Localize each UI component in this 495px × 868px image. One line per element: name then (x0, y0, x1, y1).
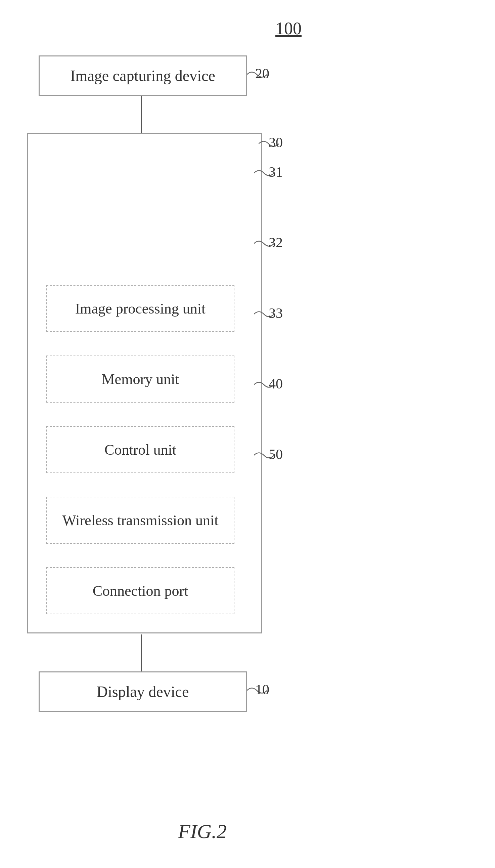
display-device-label: Display device (97, 683, 189, 701)
memory-unit-label: Memory unit (102, 371, 179, 388)
control-unit-box: Control unit (46, 426, 234, 473)
connector-bottom (141, 634, 142, 671)
figure-reference-number: 100 (275, 18, 302, 38)
image-capturing-device-box: Image capturing device (39, 55, 247, 96)
image-processing-unit-box: Image processing unit (46, 285, 234, 332)
diagram-container: 100 Image capturing device 20 Image proc… (0, 0, 495, 868)
figure-caption: FIG.2 (178, 820, 227, 843)
ref-label-20: 20 (255, 66, 269, 82)
image-processing-unit-label: Image processing unit (75, 300, 206, 317)
main-unit-box: Image processing unit Memory unit Contro… (27, 133, 262, 633)
ref-label-32: 32 (269, 235, 283, 251)
ref-label-31: 31 (269, 164, 283, 180)
ref-label-33: 33 (269, 305, 283, 321)
memory-unit-box: Memory unit (46, 355, 234, 403)
ref-label-30: 30 (269, 134, 283, 151)
ref-label-50: 50 (269, 446, 283, 462)
connection-port-label: Connection port (93, 582, 188, 600)
control-unit-label: Control unit (104, 441, 176, 458)
connector-top (141, 96, 142, 133)
connection-port-box: Connection port (46, 567, 234, 614)
ref-label-40: 40 (269, 376, 283, 392)
display-device-box: Display device (39, 671, 247, 712)
wireless-transmission-unit-label: Wireless transmission unit (62, 512, 218, 529)
ref-label-10: 10 (255, 682, 269, 698)
wireless-transmission-unit-box: Wireless transmission unit (46, 497, 234, 544)
image-capturing-device-label: Image capturing device (70, 67, 215, 85)
